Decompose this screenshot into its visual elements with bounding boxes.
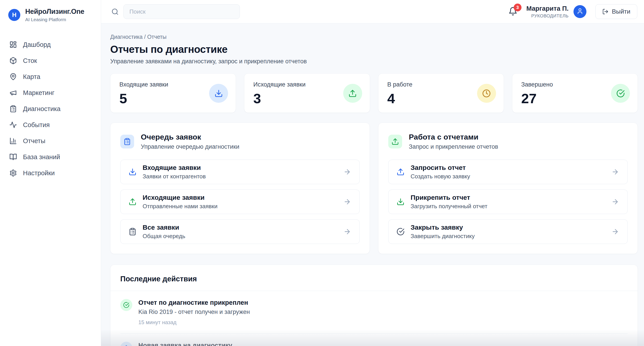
clock-icon: [477, 84, 496, 103]
sidebar-nav: Дашборд Сток Карта Маркетинг Диагностика…: [0, 36, 101, 181]
arrow-right-icon: [344, 198, 351, 206]
item-title: Исходящие заявки: [142, 194, 218, 201]
upload-icon: [343, 84, 362, 103]
activity-item: Новая заявка на диагностику КАМАЗ 65115 …: [120, 334, 628, 346]
stat-label: В работе: [388, 81, 412, 88]
dashboard-icon: [9, 41, 17, 48]
stat-value: 5: [120, 92, 168, 105]
brand-tagline: AI Leasing Platform: [25, 17, 84, 22]
top-bar: 3 Маргарита П. РУКОВОДИТЕЛЬ Выйти: [101, 0, 644, 23]
upload-icon: [388, 135, 402, 148]
gear-icon: [9, 169, 17, 177]
map-pin-icon: [9, 73, 17, 80]
arrow-right-icon: [344, 168, 351, 176]
queue-panel: Очередь заявок Управление очередью диагн…: [110, 123, 370, 254]
package-icon: [9, 57, 17, 64]
stat-card-completed: Завершено 27: [512, 73, 638, 113]
stats-row: Входящие заявки 5 Исходящие заявки 3 В р…: [110, 73, 638, 113]
item-subtitle: Загрузить полученный отчет: [410, 203, 487, 210]
search-icon: [111, 8, 119, 15]
avatar[interactable]: [574, 5, 586, 18]
clipboard-list-icon: [128, 228, 136, 236]
item-text: Входящие заявки Заявки от контрагентов: [142, 164, 206, 180]
activity-item-title: Отчет по диагностике прикреплен: [138, 299, 250, 306]
sidebar-item-marketing[interactable]: Маркетинг: [0, 85, 101, 101]
stat-card-in-progress: В работе 4: [378, 73, 504, 113]
page-content: Диагностика / Отчеты Отчеты по диагности…: [101, 23, 644, 346]
stat-value: 27: [521, 92, 553, 105]
app-root: Н НейроЛизинг.One AI Leasing Platform Да…: [0, 0, 644, 346]
clipboard-list-icon: [120, 135, 134, 148]
reports-item-attach[interactable]: Прикрепить отчет Загрузить полученный от…: [388, 190, 628, 214]
activity-item-subtitle: Kia Rio 2019 - отчет получен и загружен: [138, 309, 250, 316]
notifications-button[interactable]: 3: [508, 7, 518, 17]
sidebar-item-diagnostics[interactable]: Диагностика: [0, 101, 101, 117]
item-text: Запросить отчет Создать новую заявку: [410, 164, 470, 180]
clipboard-list-icon: [9, 105, 17, 113]
item-subtitle: Общая очередь: [142, 233, 185, 240]
user-role: РУКОВОДИТЕЛЬ: [526, 13, 568, 18]
brand-logo-icon: Н: [8, 9, 20, 21]
arrow-right-icon: [612, 198, 619, 206]
upload-icon: [128, 198, 136, 206]
sidebar-item-label: События: [23, 121, 50, 129]
brand-title: НейроЛизинг.One: [25, 7, 84, 15]
sidebar-item-label: База знаний: [23, 153, 60, 161]
breadcrumb: Диагностика / Отчеты: [110, 34, 638, 40]
download-icon: [396, 198, 404, 206]
stat-value: 3: [253, 92, 306, 105]
sidebar-item-stock[interactable]: Сток: [0, 53, 101, 69]
activity-item: Отчет по диагностике прикреплен Kia Rio …: [120, 291, 628, 334]
sidebar-item-reports[interactable]: Отчеты: [0, 133, 101, 149]
sidebar-item-events[interactable]: События: [0, 117, 101, 133]
sidebar-item-settings[interactable]: Настройки: [0, 165, 101, 181]
sidebar-item-label: Сток: [23, 57, 37, 64]
queue-item-all[interactable]: Все заявки Общая очередь: [120, 219, 360, 244]
panels-row: Очередь заявок Управление очередью диагн…: [110, 123, 638, 254]
arrow-right-icon: [612, 168, 619, 176]
sidebar-item-label: Диагностика: [23, 105, 60, 113]
queue-item-outgoing[interactable]: Исходящие заявки Отправленные нами заявк…: [120, 190, 360, 214]
queue-item-incoming[interactable]: Входящие заявки Заявки от контрагентов: [120, 160, 360, 184]
item-title: Запросить отчет: [410, 164, 470, 171]
sidebar: Н НейроЛизинг.One AI Leasing Platform Да…: [0, 0, 101, 346]
item-text: Все заявки Общая очередь: [142, 224, 185, 240]
megaphone-icon: [9, 89, 17, 96]
arrow-right-icon: [612, 228, 619, 235]
sidebar-item-knowledge-base[interactable]: База знаний: [0, 149, 101, 165]
stat-label: Завершено: [521, 81, 553, 88]
sidebar-item-label: Маркетинг: [23, 89, 54, 96]
notifications-badge: 3: [514, 3, 522, 11]
stat-label: Входящие заявки: [120, 81, 168, 88]
sidebar-item-label: Отчеты: [23, 137, 45, 145]
sidebar-item-dashboard[interactable]: Дашборд: [0, 36, 101, 53]
activity-title: Последние действия: [120, 275, 628, 283]
stat-info: Исходящие заявки 3: [253, 81, 306, 105]
logout-label: Выйти: [612, 8, 630, 15]
reports-item-close[interactable]: Закрыть заявку Завершить диагностику: [388, 219, 628, 244]
item-subtitle: Завершить диагностику: [410, 233, 475, 240]
page-subtitle: Управление заявками на диагностику, запр…: [110, 58, 638, 65]
item-subtitle: Создать новую заявку: [410, 173, 470, 180]
stat-value: 4: [388, 92, 412, 105]
page-title: Отчеты по диагностике: [110, 43, 638, 55]
user-name: Маргарита П.: [526, 5, 568, 12]
reports-panel-items: Запросить отчет Создать новую заявку При…: [388, 160, 628, 244]
reports-item-request[interactable]: Запросить отчет Создать новую заявку: [388, 160, 628, 184]
stat-info: Завершено 27: [521, 81, 553, 105]
queue-panel-header: Очередь заявок Управление очередью диагн…: [120, 133, 360, 150]
arrow-right-icon: [344, 228, 351, 235]
check-circle-icon: [611, 84, 630, 103]
top-bar-right: 3 Маргарита П. РУКОВОДИТЕЛЬ Выйти: [508, 4, 637, 19]
sidebar-item-label: Карта: [23, 73, 40, 80]
sidebar-item-map[interactable]: Карта: [0, 69, 101, 85]
logout-button[interactable]: Выйти: [595, 4, 637, 19]
sidebar-item-label: Настройки: [23, 169, 55, 177]
activity-icon: [9, 121, 17, 129]
search-input[interactable]: [124, 4, 240, 19]
download-icon: [209, 84, 228, 103]
user-meta: Маргарита П. РУКОВОДИТЕЛЬ: [526, 5, 568, 18]
logout-icon: [602, 8, 608, 15]
reports-panel-heading: Работа с отчетами Запрос и прикрепление …: [409, 133, 498, 150]
item-title: Закрыть заявку: [410, 224, 475, 231]
